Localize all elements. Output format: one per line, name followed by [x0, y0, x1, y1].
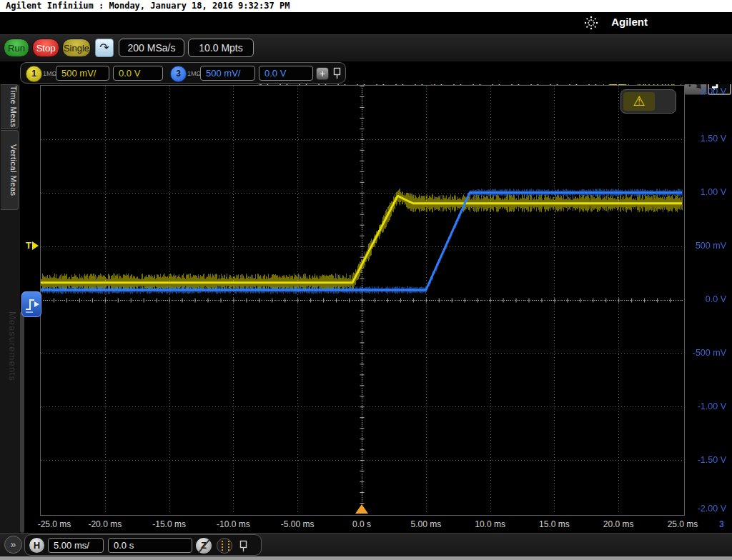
pin-icon[interactable] [333, 67, 342, 82]
horizontal-badge[interactable]: H [29, 538, 44, 553]
x-axis-label: -5.00 ms [281, 519, 315, 529]
y-axis-label: -2.00 V [682, 504, 726, 514]
logo-band: Agilent [0, 12, 732, 34]
touch-gesture-button[interactable]: ↷ [95, 39, 114, 57]
sidebar-splitter-handle[interactable] [20, 311, 24, 533]
channel3-scale-field[interactable]: 500 mV/ [200, 66, 255, 81]
bottom-edge-strip [0, 556, 732, 560]
y-axis-label: 2.00 V [682, 86, 726, 96]
x-axis-label: 10.0 ms [475, 519, 505, 529]
x-axis-label: -20.0 ms [88, 519, 122, 529]
channel3-offset-field[interactable]: 0.0 V [259, 66, 313, 81]
single-button[interactable]: Single [62, 39, 91, 57]
waveform-canvas [41, 86, 683, 514]
channel-group: 1 1MΩ 500 mV/ 0.0 V 3 1MΩ 500 mV/ 0.0 V … [20, 62, 346, 84]
acquisition-toolbar: Run Stop Single ↷ 200 MSa/s 10.0 Mpts T … [0, 34, 732, 61]
measurements-drawer-label[interactable]: Measurements [2, 311, 18, 454]
horizontal-group: H 5.00 ms/ 0.0 s Z [24, 534, 262, 556]
stop-button[interactable]: Stop [32, 39, 59, 57]
x-axis-label: 0.0 s [352, 519, 371, 529]
channel3-ground-marker[interactable] [21, 291, 41, 317]
trigger-time-marker[interactable] [355, 504, 368, 514]
waveform-display[interactable] [40, 85, 685, 516]
trigger-level-marker[interactable]: T [26, 241, 39, 251]
trigger-arrow-icon [32, 241, 39, 250]
channel1-offset-field[interactable]: 0.0 V [113, 66, 163, 81]
add-channel-button[interactable]: + [316, 67, 329, 80]
memory-depth-field[interactable]: 10.0 Mpts [188, 39, 254, 57]
timebase-field[interactable]: 5.00 ms/ [48, 538, 104, 553]
horizontal-position-field[interactable]: 0.0 s [108, 538, 192, 553]
ground-waveform-icon [22, 292, 41, 316]
pin-icon[interactable] [239, 540, 248, 555]
channel1-badge[interactable]: 1 [26, 66, 42, 82]
x-axis-label: 20.0 ms [603, 519, 634, 529]
y-axis-label: -500 mV [682, 348, 726, 358]
window-titlebar: Agilent Infiniium : Monday, January 18, … [0, 0, 732, 12]
markers-icon [222, 541, 229, 551]
x-axis-label: -15.0 ms [152, 519, 186, 529]
zoom-button[interactable]: Z [196, 538, 212, 554]
y-axis-label: -1.50 V [682, 455, 726, 465]
horizontal-toolbar: » H 5.00 ms/ 0.0 s Z [0, 533, 732, 556]
markers-button[interactable] [217, 538, 232, 554]
trigger-level-letter: T [26, 240, 31, 251]
y-axis-label: 1.50 V [682, 134, 726, 144]
curved-arrow-icon: ↷ [99, 41, 109, 54]
warning-button[interactable]: ⚠ [620, 89, 676, 114]
channel3-coupling-label: 1MΩ [187, 70, 201, 77]
x-axis-label: 5.00 ms [410, 519, 441, 529]
x-axis-label: 25.0 ms [668, 519, 698, 529]
tab-time-meas[interactable]: Time Meas [1, 84, 19, 129]
x-axis-label: 15.0 ms [539, 519, 570, 529]
warning-icon: ⚠ [623, 92, 655, 111]
y-axis-label: 0.0 V [682, 294, 726, 304]
y-axis-label: 500 mV [682, 241, 726, 251]
channel-bar: 1 1MΩ 500 mV/ 0.0 V 3 1MΩ 500 mV/ 0.0 V … [0, 61, 732, 84]
y-axis-label: 1.00 V [682, 187, 726, 197]
run-button[interactable]: Run [4, 39, 29, 57]
x-axis-label: -25.0 ms [38, 519, 71, 529]
agilent-brand-text: Agilent [611, 16, 648, 28]
axis-channel-indicator: 3 [719, 519, 724, 529]
y-axis-label: -1.00 V [682, 401, 726, 411]
sample-rate-field[interactable]: 200 MSa/s [119, 39, 184, 57]
expand-button[interactable]: » [4, 536, 22, 554]
channel1-coupling-label: 1MΩ [43, 70, 56, 77]
x-axis-label: -10.0 ms [217, 519, 250, 529]
tab-vertical-meas[interactable]: Vertical Meas [1, 130, 19, 210]
agilent-spark-icon [583, 14, 600, 34]
channel3-badge[interactable]: 3 [170, 66, 187, 82]
channel1-scale-field[interactable]: 500 mV/ [56, 66, 109, 81]
